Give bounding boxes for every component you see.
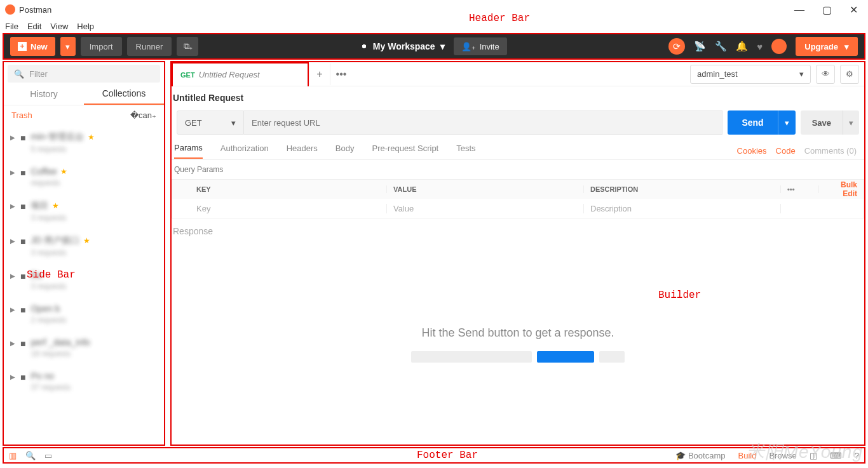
collection-name: min-管理后台 <box>31 131 83 143</box>
code-link[interactable]: Code <box>776 146 796 156</box>
comments-link[interactable]: Comments (0) <box>804 146 857 156</box>
method-select[interactable]: GET▾ <box>177 110 244 135</box>
wrench-icon[interactable]: 🔧 <box>715 41 727 52</box>
star-icon: ★ <box>60 167 67 176</box>
menu-edit[interactable]: Edit <box>27 22 41 31</box>
save-dropdown[interactable]: ▾ <box>843 110 859 135</box>
folder-icon: ■ <box>20 338 25 349</box>
cookies-link[interactable]: Cookies <box>737 146 767 156</box>
build-link[interactable]: Build <box>738 451 756 460</box>
response-label: Response <box>172 218 864 244</box>
window-title: Postman <box>19 5 51 15</box>
filter-input[interactable]: 🔍 Filter <box>8 65 160 83</box>
new-collection-icon[interactable]: �can₊ <box>130 110 156 120</box>
send-button[interactable]: Send <box>728 110 777 135</box>
menu-view[interactable]: View <box>50 22 68 31</box>
close-icon[interactable]: ✕ <box>850 4 858 16</box>
two-pane-icon[interactable]: ◫ <box>810 451 817 460</box>
import-button[interactable]: Import <box>81 37 122 56</box>
collection-item[interactable]: ▶ ■ Coffee★ requests <box>4 160 164 194</box>
collection-item[interactable]: ▶ ■ Ea 3 requests <box>4 264 164 297</box>
new-dropdown[interactable]: ▾ <box>60 37 76 56</box>
heart-icon[interactable]: ♥ <box>757 41 763 52</box>
satellite-icon[interactable]: 📡 <box>694 41 706 52</box>
new-window-button[interactable]: ⧉₊ <box>177 37 198 56</box>
tab-body[interactable]: Body <box>336 144 355 158</box>
invite-button[interactable]: 👤₊ Invite <box>454 37 507 55</box>
key-input[interactable]: Key <box>190 204 387 213</box>
sidebar-toggle-icon[interactable]: ▥ <box>9 451 17 460</box>
collection-subtitle: requests <box>31 178 158 187</box>
annotation-footer: Footer Bar <box>417 450 478 461</box>
environment-select[interactable]: admin_test▾ <box>690 65 811 84</box>
tab-options-button[interactable]: ••• <box>330 64 352 85</box>
browse-link[interactable]: Browse <box>769 451 796 460</box>
tab-headers[interactable]: Headers <box>287 144 318 158</box>
tab-history[interactable]: History <box>4 83 84 105</box>
console-icon[interactable]: ▭ <box>44 451 52 460</box>
collection-item[interactable]: ▶ ■ min-管理后台★ 5 requests <box>4 125 164 160</box>
response-message: Hit the Send button to get a response. <box>421 326 614 340</box>
send-dropdown[interactable]: ▾ <box>778 110 796 135</box>
builder: GET Untitled Request + ••• admin_test▾ 👁… <box>170 61 865 446</box>
request-tab[interactable]: GET Untitled Request <box>172 62 309 86</box>
menu-help[interactable]: Help <box>77 22 94 31</box>
request-title: Untitled Request <box>172 86 864 108</box>
env-quicklook-button[interactable]: 👁 <box>816 65 835 84</box>
collection-item[interactable]: ▶ ■ 项目★ 3 requests <box>4 194 164 229</box>
tab-tests[interactable]: Tests <box>456 144 475 158</box>
chevron-right-icon: ▶ <box>10 272 15 279</box>
collection-name: Open b <box>31 304 60 314</box>
maximize-icon[interactable]: ▢ <box>822 4 832 16</box>
collection-name: Coffee <box>31 166 57 177</box>
collection-subtitle: 3 requests <box>31 213 158 222</box>
grid-icon <box>360 43 368 50</box>
value-input[interactable]: Value <box>387 204 584 213</box>
description-input[interactable]: Description <box>584 204 781 213</box>
th-description: DESCRIPTION <box>584 185 781 193</box>
collection-item[interactable]: ▶ ■ Open b 2 requests <box>4 297 164 331</box>
collection-name: Ea <box>31 270 41 280</box>
bell-icon[interactable]: 🔔 <box>736 41 748 52</box>
tab-collections[interactable]: Collections <box>84 83 164 105</box>
tab-authorization[interactable]: Authorization <box>220 144 269 158</box>
params-table: KEY VALUE DESCRIPTION ••• Bulk Edit Key … <box>172 179 864 218</box>
tab-params[interactable]: Params <box>174 143 203 159</box>
tab-method: GET <box>180 71 195 79</box>
tab-name: Untitled Request <box>199 70 260 79</box>
folder-icon: ■ <box>20 201 25 211</box>
collection-item[interactable]: ▶ ■ Po no 37 requests <box>4 364 164 398</box>
tab-prerequest[interactable]: Pre-request Script <box>372 144 438 158</box>
avatar[interactable] <box>771 39 787 54</box>
sync-icon[interactable]: ⟳ <box>668 38 685 55</box>
chevron-right-icon: ▶ <box>10 134 15 141</box>
chevron-down-icon: ▾ <box>440 41 445 51</box>
search-icon: 🔍 <box>14 69 24 79</box>
person-plus-icon: 👤₊ <box>461 42 476 51</box>
columns-options[interactable]: ••• <box>781 185 819 193</box>
star-icon: ★ <box>88 133 95 142</box>
trash-link[interactable]: Trash <box>11 110 32 120</box>
bulk-edit-link[interactable]: Bulk Edit <box>819 180 864 198</box>
collection-subtitle: 5 requests <box>31 145 158 154</box>
upgrade-button[interactable]: Upgrade▾ <box>796 37 858 56</box>
star-icon: ★ <box>83 236 90 245</box>
workspace-selector[interactable]: My Workspace ▾ <box>360 41 445 51</box>
keyboard-icon[interactable]: ⌨ <box>830 451 842 460</box>
collection-subtitle: 2 requests <box>31 316 158 324</box>
save-button[interactable]: Save <box>801 110 843 135</box>
new-tab-button[interactable]: + <box>309 64 330 85</box>
bootcamp-link[interactable]: 🎓 Bootcamp <box>675 451 725 460</box>
params-row[interactable]: Key Value Description <box>172 199 864 218</box>
menu-file[interactable]: File <box>5 22 18 31</box>
settings-gear-icon[interactable]: ⚙ <box>840 65 859 84</box>
url-input[interactable] <box>244 110 722 135</box>
collection-item[interactable]: ▶ ■ perf _data_info 18 requests <box>4 331 164 364</box>
find-icon[interactable]: 🔍 <box>25 451 36 460</box>
collection-item[interactable]: ▶ ■ JD 用户接口★ 3 requests <box>4 229 164 264</box>
chevron-right-icon: ▶ <box>10 306 15 313</box>
help-icon[interactable]: ? <box>855 451 859 460</box>
new-button[interactable]: +New <box>10 37 55 56</box>
minimize-icon[interactable]: — <box>794 4 804 16</box>
runner-button[interactable]: Runner <box>127 37 172 56</box>
